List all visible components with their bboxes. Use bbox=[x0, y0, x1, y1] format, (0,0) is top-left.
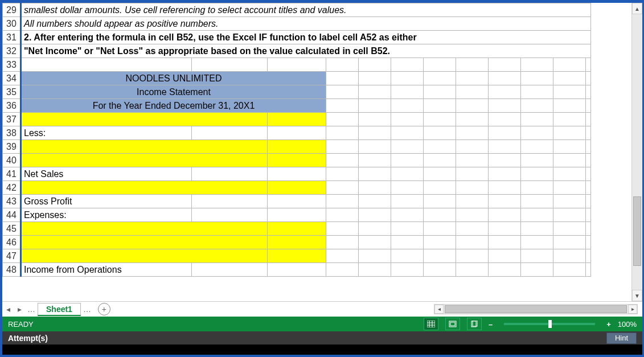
row-header[interactable]: 46 bbox=[3, 236, 21, 249]
cell-c[interactable] bbox=[268, 167, 326, 181]
cell-empty[interactable] bbox=[359, 236, 391, 249]
zoom-slider[interactable] bbox=[504, 323, 595, 325]
cell-empty[interactable] bbox=[586, 113, 591, 126]
cell-empty[interactable] bbox=[326, 58, 359, 72]
cell-empty[interactable] bbox=[326, 222, 359, 236]
cell-empty[interactable] bbox=[521, 236, 553, 249]
cell-empty[interactable] bbox=[456, 249, 489, 263]
cell-empty[interactable] bbox=[391, 181, 424, 195]
hscroll-thumb[interactable] bbox=[445, 305, 627, 313]
cell-a[interactable]: Less: bbox=[21, 126, 192, 140]
row-47[interactable]: 47 bbox=[3, 249, 591, 263]
cell-empty[interactable] bbox=[359, 99, 391, 113]
cell-empty[interactable] bbox=[521, 195, 553, 208]
row-header[interactable]: 40 bbox=[3, 154, 21, 167]
scroll-thumb[interactable] bbox=[633, 196, 641, 266]
cell-c[interactable] bbox=[268, 58, 326, 72]
cell-empty[interactable] bbox=[391, 236, 424, 249]
cell-b[interactable] bbox=[192, 263, 268, 277]
cell-empty[interactable] bbox=[456, 85, 489, 99]
cell-empty[interactable] bbox=[391, 208, 424, 222]
cell-empty[interactable] bbox=[326, 85, 359, 99]
cell-empty[interactable] bbox=[553, 72, 586, 85]
row-29[interactable]: 29smallest dollar amounts. Use cell refe… bbox=[3, 3, 591, 17]
cell-empty[interactable] bbox=[553, 167, 586, 181]
cell-empty[interactable] bbox=[359, 154, 391, 167]
row-45[interactable]: 45 bbox=[3, 222, 591, 236]
row-header[interactable]: 39 bbox=[3, 140, 21, 154]
cell-a-b[interactable] bbox=[21, 154, 268, 167]
cell-empty[interactable] bbox=[553, 99, 586, 113]
cell-empty[interactable] bbox=[489, 126, 521, 140]
cell-empty[interactable] bbox=[586, 195, 591, 208]
cell-empty[interactable] bbox=[489, 181, 521, 195]
cell-empty[interactable] bbox=[424, 72, 456, 85]
cell-empty[interactable] bbox=[586, 126, 591, 140]
cell-empty[interactable] bbox=[326, 99, 359, 113]
cell-empty[interactable] bbox=[424, 154, 456, 167]
cell-empty[interactable] bbox=[326, 249, 359, 263]
cell-empty[interactable] bbox=[489, 263, 521, 277]
row-36[interactable]: 36For the Year Ended December 31, 20X1 bbox=[3, 99, 591, 113]
tab-overflow[interactable]: … bbox=[81, 305, 93, 314]
cell-empty[interactable] bbox=[391, 140, 424, 154]
cell-empty[interactable] bbox=[489, 195, 521, 208]
cell-empty[interactable] bbox=[424, 195, 456, 208]
cell-empty[interactable] bbox=[326, 113, 359, 126]
cell-empty[interactable] bbox=[359, 126, 391, 140]
cell-b[interactable] bbox=[192, 58, 268, 72]
cell-empty[interactable] bbox=[521, 167, 553, 181]
zoom-level[interactable]: 100% bbox=[618, 320, 637, 329]
cell-empty[interactable] bbox=[424, 140, 456, 154]
cell-empty[interactable] bbox=[391, 263, 424, 277]
cell-empty[interactable] bbox=[359, 167, 391, 181]
vertical-scrollbar[interactable]: ▲ ▼ bbox=[631, 3, 642, 301]
cell-empty[interactable] bbox=[521, 85, 553, 99]
cell-a[interactable]: Gross Profit bbox=[21, 195, 192, 208]
cell-empty[interactable] bbox=[456, 236, 489, 249]
cell-empty[interactable] bbox=[553, 126, 586, 140]
row-44[interactable]: 44Expenses: bbox=[3, 208, 591, 222]
row-header[interactable]: 41 bbox=[3, 167, 21, 181]
cell-c[interactable] bbox=[268, 222, 326, 236]
horizontal-scrollbar[interactable]: ◂ ▸ bbox=[434, 304, 638, 314]
cell-empty[interactable] bbox=[553, 140, 586, 154]
hscroll-right-arrow[interactable]: ▸ bbox=[628, 305, 637, 314]
cell-empty[interactable] bbox=[521, 154, 553, 167]
cell-empty[interactable] bbox=[521, 126, 553, 140]
row-33[interactable]: 33 bbox=[3, 58, 591, 72]
cell-empty[interactable] bbox=[586, 72, 591, 85]
cell-empty[interactable] bbox=[424, 167, 456, 181]
cell-empty[interactable] bbox=[391, 58, 424, 72]
cell-b[interactable] bbox=[192, 126, 268, 140]
cell-empty[interactable] bbox=[359, 208, 391, 222]
cell-c[interactable] bbox=[268, 263, 326, 277]
cell-empty[interactable] bbox=[424, 263, 456, 277]
row-header[interactable]: 47 bbox=[3, 249, 21, 263]
cell-empty[interactable] bbox=[391, 126, 424, 140]
row-header[interactable]: 45 bbox=[3, 222, 21, 236]
cell-empty[interactable] bbox=[489, 113, 521, 126]
cell-empty[interactable] bbox=[424, 249, 456, 263]
cell-empty[interactable] bbox=[553, 113, 586, 126]
cell-empty[interactable] bbox=[489, 58, 521, 72]
cell-empty[interactable] bbox=[326, 154, 359, 167]
cell-empty[interactable] bbox=[359, 195, 391, 208]
cell-empty[interactable] bbox=[521, 140, 553, 154]
cell-empty[interactable] bbox=[586, 58, 591, 72]
cell-empty[interactable] bbox=[359, 263, 391, 277]
cell-a[interactable]: Net Sales bbox=[21, 167, 192, 181]
tab-nav-prev[interactable]: ◂ bbox=[2, 305, 14, 314]
cell-empty[interactable] bbox=[391, 99, 424, 113]
cell-empty[interactable] bbox=[553, 154, 586, 167]
cell-empty[interactable] bbox=[456, 167, 489, 181]
cell-empty[interactable] bbox=[553, 222, 586, 236]
cell-empty[interactable] bbox=[424, 208, 456, 222]
cell-empty[interactable] bbox=[586, 236, 591, 249]
cell-empty[interactable] bbox=[391, 72, 424, 85]
cell-empty[interactable] bbox=[553, 236, 586, 249]
cell-empty[interactable] bbox=[553, 208, 586, 222]
cell-empty[interactable] bbox=[521, 58, 553, 72]
cell-b[interactable] bbox=[192, 195, 268, 208]
cell-empty[interactable] bbox=[456, 195, 489, 208]
